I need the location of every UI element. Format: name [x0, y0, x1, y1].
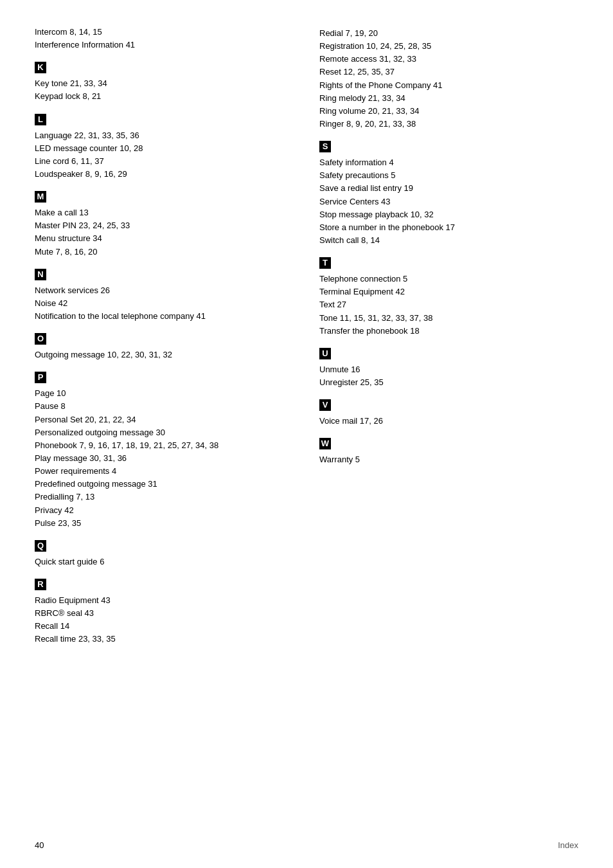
section-m: M Make a call 13 Master PIN 23, 24, 25, …	[35, 191, 294, 258]
section-s: S Safety information 4 Safety precaution…	[319, 141, 578, 247]
section-letter-p: P	[35, 372, 294, 386]
entry: Privacy 42	[35, 504, 294, 517]
section-letter-v: V	[319, 399, 578, 413]
section-letter-n: N	[35, 269, 294, 283]
section-t-entries: Telephone connection 5 Terminal Equipmen…	[319, 273, 578, 338]
entry: Text 27	[319, 298, 578, 311]
section-l: L Language 22, 31, 33, 35, 36 LED messag…	[35, 114, 294, 181]
section-k: K Key tone 21, 33, 34 Keypad lock 8, 21	[35, 62, 294, 103]
entry: Tone 11, 15, 31, 32, 33, 37, 38	[319, 312, 578, 325]
section-r-entries: Radio Equipment 43 RBRC® seal 43 Recall …	[35, 594, 294, 646]
entry: Notification to the local telephone comp…	[35, 310, 294, 323]
section-letter-s: S	[319, 141, 578, 155]
entry: Personal Set 20, 21, 22, 34	[35, 413, 294, 426]
section-letter-l: L	[35, 114, 294, 128]
entry: Language 22, 31, 33, 35, 36	[35, 129, 294, 142]
entry: Personalized outgoing message 30	[35, 426, 294, 439]
entry: Menu structure 34	[35, 232, 294, 245]
entry: Ring melody 21, 33, 34	[319, 92, 578, 105]
columns: Intercom 8, 14, 15 Interference Informat…	[35, 26, 578, 656]
section-letter-o: O	[35, 333, 294, 347]
entry: Page 10	[35, 387, 294, 400]
index-label: Index	[558, 840, 578, 850]
entry: Interference Information 41	[35, 39, 294, 51]
entry: Mute 7, 8, 16, 20	[35, 246, 294, 258]
entry: Recall 14	[35, 620, 294, 633]
entry: Keypad lock 8, 21	[35, 90, 294, 103]
section-r-cont-entries: Redial 7, 19, 20 Registration 10, 24, 25…	[319, 27, 578, 131]
entry: Power requirements 4	[35, 465, 294, 478]
section-letter-w: W	[319, 438, 578, 452]
entry: Terminal Equipment 42	[319, 285, 578, 298]
section-letter-r: R	[35, 579, 294, 593]
entry: Pulse 23, 35	[35, 517, 294, 530]
entry: Ring volume 20, 21, 33, 34	[319, 105, 578, 118]
section-m-entries: Make a call 13 Master PIN 23, 24, 25, 33…	[35, 206, 294, 258]
entry: Line cord 6, 11, 37	[35, 155, 294, 168]
section-v-entries: Voice mail 17, 26	[319, 415, 578, 428]
entry: Predefined outgoing message 31	[35, 478, 294, 491]
entry: Telephone connection 5	[319, 273, 578, 285]
entry: Outgoing message 10, 22, 30, 31, 32	[35, 348, 294, 361]
section-p-entries: Page 10 Pause 8 Personal Set 20, 21, 22,…	[35, 387, 294, 530]
entry: Unmute 16	[319, 363, 578, 376]
entry: Remote access 31, 32, 33	[319, 53, 578, 66]
section-r-continued: Redial 7, 19, 20 Registration 10, 24, 25…	[319, 27, 578, 131]
page-number: 40	[35, 840, 44, 850]
entry: Stop message playback 10, 32	[319, 208, 578, 221]
entry: Pause 8	[35, 400, 294, 413]
page: Intercom 8, 14, 15 Interference Informat…	[0, 0, 613, 695]
right-column: Redial 7, 19, 20 Registration 10, 24, 25…	[319, 26, 578, 656]
section-w: W Warranty 5	[319, 438, 578, 466]
entry: Save a redial list entry 19	[319, 182, 578, 195]
section-s-entries: Safety information 4 Safety precautions …	[319, 156, 578, 247]
entry: Key tone 21, 33, 34	[35, 77, 294, 90]
section-q-entries: Quick start guide 6	[35, 556, 294, 568]
section-letter-q: Q	[35, 540, 294, 554]
entry: Play message 30, 31, 36	[35, 452, 294, 465]
entry: Safety precautions 5	[319, 169, 578, 182]
entry: Safety information 4	[319, 156, 578, 169]
section-letter-m: M	[35, 191, 294, 205]
entry: Switch call 8, 14	[319, 234, 578, 247]
section-p: P Page 10 Pause 8 Personal Set 20, 21, 2…	[35, 372, 294, 530]
section-n: N Network services 26 Noise 42 Notificat…	[35, 269, 294, 323]
entry: Quick start guide 6	[35, 556, 294, 568]
intercom-section: Intercom 8, 14, 15 Interference Informat…	[35, 26, 294, 51]
entry: Recall time 23, 33, 35	[35, 633, 294, 646]
section-r: R Radio Equipment 43 RBRC® seal 43 Recal…	[35, 579, 294, 646]
entry: Redial 7, 19, 20	[319, 27, 578, 40]
entry: Noise 42	[35, 297, 294, 310]
entry: Predialling 7, 13	[35, 491, 294, 503]
entry: Ringer 8, 9, 20, 21, 33, 38	[319, 118, 578, 131]
section-o: O Outgoing message 10, 22, 30, 31, 32	[35, 333, 294, 361]
left-column: Intercom 8, 14, 15 Interference Informat…	[35, 26, 294, 656]
section-letter-t: T	[319, 257, 578, 271]
entry: Unregister 25, 35	[319, 376, 578, 389]
section-t: T Telephone connection 5 Terminal Equipm…	[319, 257, 578, 338]
section-n-entries: Network services 26 Noise 42 Notificatio…	[35, 284, 294, 323]
section-u-entries: Unmute 16 Unregister 25, 35	[319, 363, 578, 389]
entry: RBRC® seal 43	[35, 607, 294, 620]
section-q: Q Quick start guide 6	[35, 540, 294, 568]
entry: Service Centers 43	[319, 195, 578, 208]
entry: Intercom 8, 14, 15	[35, 26, 294, 39]
entry: Transfer the phonebook 18	[319, 325, 578, 338]
entry: Master PIN 23, 24, 25, 33	[35, 219, 294, 232]
section-letter-u: U	[319, 348, 578, 362]
entry: LED message counter 10, 28	[35, 142, 294, 155]
section-v: V Voice mail 17, 26	[319, 399, 578, 428]
entry: Phonebook 7, 9, 16, 17, 18, 19, 21, 25, …	[35, 439, 294, 452]
entry: Rights of the Phone Company 41	[319, 79, 578, 92]
section-u: U Unmute 16 Unregister 25, 35	[319, 348, 578, 389]
entry: Make a call 13	[35, 206, 294, 219]
entry: Warranty 5	[319, 453, 578, 466]
entry: Reset 12, 25, 35, 37	[319, 66, 578, 78]
section-o-entries: Outgoing message 10, 22, 30, 31, 32	[35, 348, 294, 361]
entry: Network services 26	[35, 284, 294, 297]
section-l-entries: Language 22, 31, 33, 35, 36 LED message …	[35, 129, 294, 181]
entry: Registration 10, 24, 25, 28, 35	[319, 40, 578, 53]
entry: Loudspeaker 8, 9, 16, 29	[35, 168, 294, 181]
section-w-entries: Warranty 5	[319, 453, 578, 466]
entry: Store a number in the phonebook 17	[319, 221, 578, 234]
